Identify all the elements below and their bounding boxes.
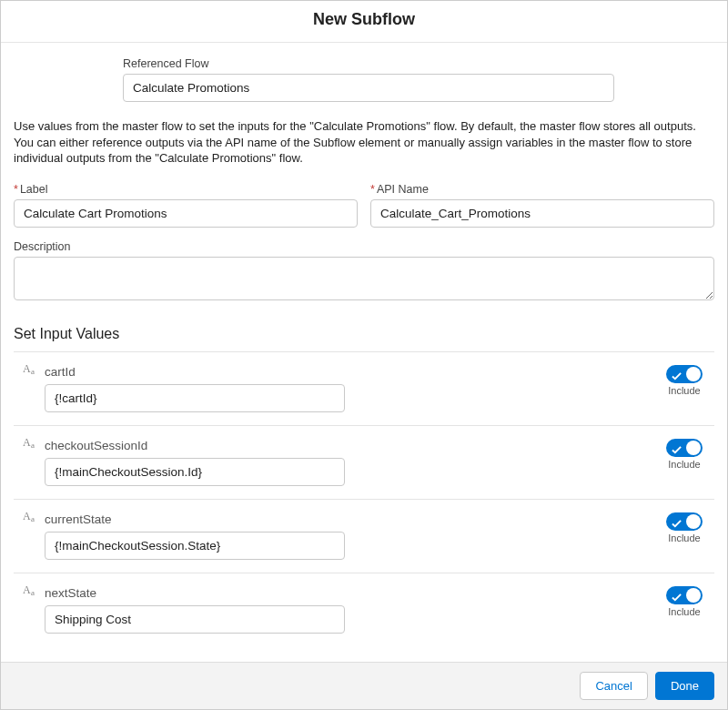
modal-title: New Subflow — [1, 10, 727, 29]
include-toggle-nextstate[interactable] — [666, 586, 703, 604]
check-icon — [672, 442, 681, 451]
toggle-knob — [686, 441, 701, 455]
required-star-icon: * — [370, 183, 375, 196]
description-field: Description — [14, 240, 714, 304]
required-star-icon: * — [14, 183, 18, 196]
input-value-nextstate[interactable] — [45, 605, 345, 634]
input-row-cartid: cartId Include — [14, 351, 714, 425]
modal-footer: Cancel Done — [1, 662, 727, 709]
input-row-nextstate: nextState Include — [14, 573, 714, 646]
referenced-flow-label: Referenced Flow — [123, 57, 614, 70]
input-var-name: cartId — [45, 365, 76, 379]
input-var-name: checkoutSessionId — [45, 439, 147, 452]
label-apiname-row: *Label *API Name — [14, 183, 714, 228]
label-field: *Label — [14, 183, 358, 228]
check-icon — [672, 590, 681, 599]
done-button[interactable]: Done — [655, 672, 714, 700]
description-label: Description — [14, 240, 714, 253]
apiname-field: *API Name — [370, 183, 714, 228]
toggle-knob — [686, 588, 701, 603]
text-type-icon — [23, 586, 39, 599]
input-section-title: Set Input Values — [14, 326, 714, 342]
input-value-currentstate[interactable] — [45, 532, 345, 560]
referenced-flow-input[interactable] — [123, 74, 614, 102]
include-label: Include — [668, 606, 700, 617]
text-type-icon — [23, 365, 39, 378]
toggle-knob — [686, 514, 701, 529]
input-var-name: currentState — [45, 512, 112, 526]
input-row-currentstate: currentState Include — [14, 499, 714, 573]
toggle-knob — [686, 367, 701, 381]
modal-header: New Subflow — [1, 1, 727, 43]
include-label: Include — [668, 459, 700, 470]
modal-content: Referenced Flow Use values from the mast… — [1, 43, 727, 646]
label-field-label: *Label — [14, 183, 358, 196]
input-value-cartid[interactable] — [45, 384, 345, 412]
include-label: Include — [668, 532, 700, 543]
include-toggle-checkoutsessionid[interactable] — [666, 439, 703, 457]
apiname-field-label: *API Name — [370, 183, 714, 196]
cancel-button[interactable]: Cancel — [580, 672, 647, 700]
text-type-icon — [23, 512, 39, 525]
include-toggle-cartid[interactable] — [666, 365, 703, 383]
input-var-name: nextState — [45, 586, 96, 600]
help-text: Use values from the master flow to set t… — [14, 118, 714, 167]
include-label: Include — [668, 385, 700, 396]
check-icon — [672, 516, 681, 525]
check-icon — [672, 369, 681, 378]
text-type-icon — [23, 439, 39, 451]
referenced-flow-field: Referenced Flow — [123, 57, 614, 102]
include-toggle-currentstate[interactable] — [666, 512, 703, 531]
apiname-input[interactable] — [370, 199, 714, 228]
description-input[interactable] — [14, 257, 714, 300]
input-value-checkoutsessionid[interactable] — [45, 458, 345, 486]
input-row-checkoutsessionid: checkoutSessionId Include — [14, 425, 714, 499]
label-input[interactable] — [14, 199, 358, 228]
